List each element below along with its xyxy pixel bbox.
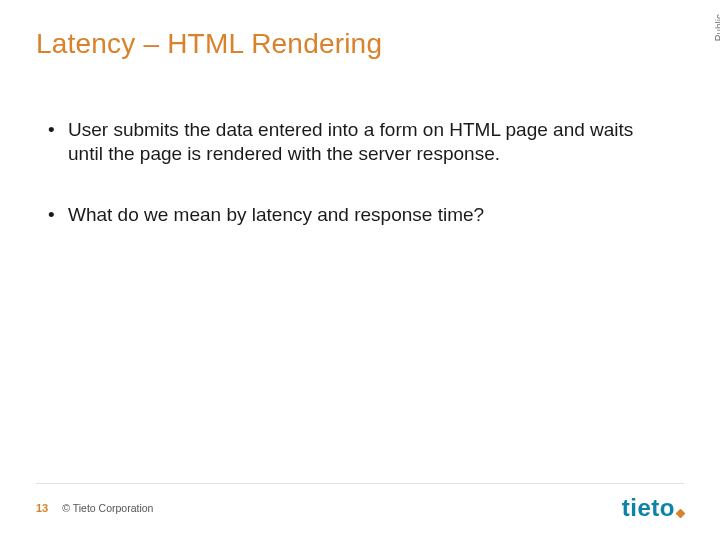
- slide-footer: 13 © Tieto Corporation tieto: [36, 483, 684, 520]
- slide: Public Latency – HTML Rendering • User s…: [0, 0, 720, 540]
- company-logo: tieto: [622, 496, 684, 520]
- classification-label: Public: [714, 14, 720, 41]
- copyright-text: © Tieto Corporation: [62, 502, 153, 514]
- footer-row: 13 © Tieto Corporation tieto: [36, 496, 684, 520]
- bullet-item: • User submits the data entered into a f…: [48, 118, 684, 167]
- bullet-marker: •: [48, 203, 68, 227]
- footer-divider: [36, 483, 684, 484]
- footer-left: 13 © Tieto Corporation: [36, 502, 153, 514]
- logo-dot-icon: [676, 509, 686, 519]
- bullet-text: What do we mean by latency and response …: [68, 203, 684, 227]
- slide-content: • User submits the data entered into a f…: [36, 118, 684, 227]
- bullet-text: User submits the data entered into a for…: [68, 118, 684, 167]
- page-number: 13: [36, 502, 48, 514]
- slide-title: Latency – HTML Rendering: [36, 28, 684, 60]
- bullet-marker: •: [48, 118, 68, 142]
- logo-text: tieto: [622, 496, 675, 520]
- bullet-item: • What do we mean by latency and respons…: [48, 203, 684, 227]
